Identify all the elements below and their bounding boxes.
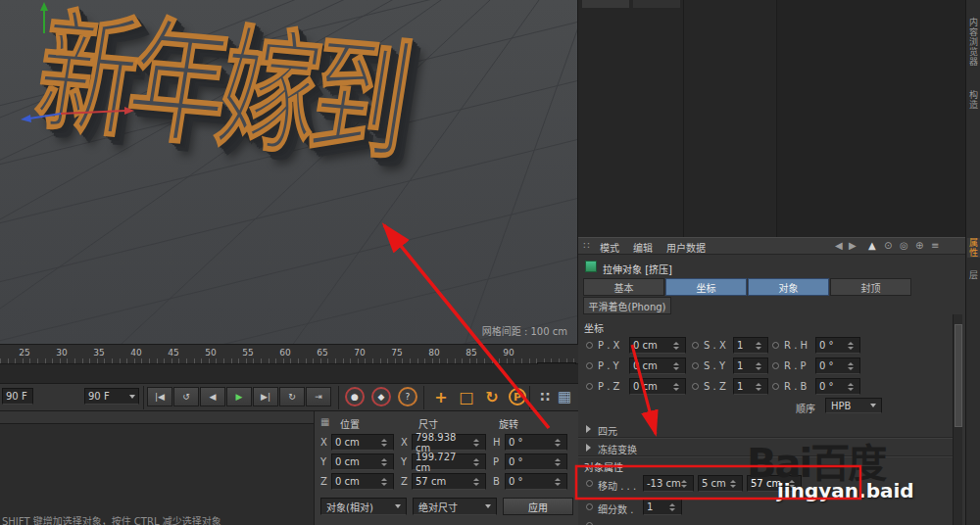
tab-structure[interactable]: 构造 [967, 90, 980, 110]
tab-object[interactable]: 对象 [748, 278, 829, 296]
size-x-field[interactable]: 798.938 cm [412, 434, 486, 451]
spinner-icon[interactable] [555, 478, 564, 486]
size-mode-dropdown[interactable]: 绝对尺寸 [413, 498, 497, 515]
goto-start-button[interactable]: |◀ [147, 387, 172, 406]
attribute-scrollbar[interactable] [953, 314, 962, 525]
nav-back-icon[interactable]: ◀ [835, 240, 843, 251]
apply-button[interactable]: 应用 [503, 498, 573, 515]
scrollbar-thumb[interactable] [955, 324, 962, 427]
menu-userdata[interactable]: 用户数据 [666, 240, 706, 255]
nav-up-icon[interactable]: ▲ [868, 240, 876, 251]
layout-grid-icon[interactable]: ▦ [553, 386, 576, 407]
py-field[interactable]: 0 cm [629, 358, 686, 374]
material-manager-area[interactable]: SHIFT 键增加选择对象，按住 CTRL 减少选择对象 [0, 411, 314, 525]
viewport-3d[interactable]: 新年嫁到 网格间距 : 100 cm [0, 0, 578, 345]
spinner-icon[interactable] [473, 458, 482, 466]
rp-field[interactable]: 0 ° [815, 358, 860, 374]
tab-phong[interactable]: 平滑着色(Phong) [583, 297, 671, 314]
order-dropdown[interactable]: HPB [825, 398, 882, 413]
tab-caps[interactable]: 封顶 [830, 278, 911, 296]
move-y-field[interactable]: 5 cm [698, 475, 743, 492]
rot-p-field[interactable]: 0 ° [505, 453, 567, 470]
spinner-icon[interactable] [756, 342, 764, 350]
spinner-icon[interactable] [730, 480, 739, 488]
spinner-icon[interactable] [381, 439, 390, 447]
play-button[interactable]: ▶ [226, 387, 252, 406]
move-tool-icon[interactable]: + [429, 386, 453, 407]
record-button[interactable]: ● [345, 387, 365, 406]
sy-field[interactable]: 1 [733, 358, 768, 374]
pz-field[interactable]: 0 cm [629, 378, 686, 395]
rot-b-field[interactable]: 0 ° [505, 473, 567, 490]
spinner-icon[interactable] [673, 383, 682, 391]
size-z-field[interactable]: 57 cm [412, 473, 486, 490]
spinner-icon[interactable] [673, 342, 682, 350]
pos-z-field[interactable]: 0 cm [331, 473, 394, 490]
coord-system-icon[interactable]: P [506, 386, 529, 407]
spinner-icon[interactable] [848, 383, 857, 391]
keyframe-dot-icon[interactable] [692, 342, 699, 349]
menu-mode[interactable]: 模式 [600, 240, 619, 255]
move-x-field[interactable]: -13 cm [643, 475, 694, 492]
rot-h-field[interactable]: 0 ° [505, 434, 567, 451]
keyframe-dot-icon[interactable] [772, 383, 779, 390]
object-manager-area[interactable] [578, 0, 965, 237]
timeline-powerslider[interactable] [0, 364, 578, 384]
keyframe-dot-icon[interactable] [586, 362, 593, 369]
size-y-field[interactable]: 199.727 cm [412, 453, 486, 470]
menu-icon[interactable]: ≡ [931, 240, 939, 251]
keyframe-dot-icon[interactable] [692, 362, 699, 369]
scale-tool-icon[interactable]: □ [455, 386, 478, 407]
spinner-icon[interactable] [473, 439, 482, 447]
tab-content-browser[interactable]: 内容浏览器 [967, 18, 980, 67]
spinner-icon[interactable] [381, 478, 390, 486]
spinner-icon[interactable] [848, 342, 857, 350]
keyframe-dot-icon[interactable] [586, 503, 593, 510]
spinner-icon[interactable] [848, 362, 857, 370]
subdiv-field[interactable]: 1 [643, 499, 682, 515]
spinner-icon[interactable] [673, 362, 682, 370]
rh-field[interactable]: 0 ° [815, 337, 860, 354]
manager-tab[interactable] [582, 0, 629, 8]
coord-mode-dropdown[interactable]: 对象(相对) [320, 498, 407, 515]
pin-icon[interactable]: ⊕ [915, 240, 923, 251]
goto-end-button[interactable]: ⇥ [306, 387, 331, 406]
spinner-icon[interactable] [756, 362, 764, 370]
sz-field[interactable]: 1 [733, 378, 768, 395]
tab-layers[interactable]: 层 [967, 270, 980, 280]
timeline-ruler[interactable]: 25 30 35 40 45 50 55 60 65 70 75 80 85 9… [0, 345, 578, 364]
keyframe-dot-icon[interactable] [586, 383, 593, 390]
keyframe-dot-icon[interactable] [692, 383, 699, 390]
spinner-icon[interactable] [555, 439, 564, 447]
keyframe-button[interactable]: ◆ [371, 387, 391, 406]
autokey-button[interactable]: ? [398, 387, 417, 406]
spinner-icon[interactable] [669, 503, 678, 511]
sx-field[interactable]: 1 [733, 337, 768, 354]
rb-field[interactable]: 0 ° [815, 378, 860, 395]
spinner-icon[interactable] [681, 480, 690, 488]
prev-frame-button[interactable]: ◀ [200, 387, 225, 406]
tab-coordinates[interactable]: 坐标 [665, 278, 747, 296]
loop-button[interactable]: ↻ [279, 387, 305, 406]
play-backward-button[interactable]: ↺ [173, 387, 199, 406]
nav-forward-icon[interactable]: ▶ [849, 240, 857, 251]
lock-icon[interactable]: ◎ [900, 240, 908, 251]
tab-basic[interactable]: 基本 [583, 278, 664, 296]
keyframe-dot-icon[interactable] [586, 480, 593, 487]
spinner-icon[interactable] [756, 383, 764, 391]
pos-y-field[interactable]: 0 cm [331, 453, 394, 470]
spinner-icon[interactable] [473, 478, 482, 486]
keyframe-dot-icon[interactable] [772, 342, 779, 349]
rotate-tool-icon[interactable]: ↻ [480, 386, 504, 407]
pos-x-field[interactable]: 0 cm [331, 434, 394, 451]
next-frame-button[interactable]: ▶| [253, 387, 278, 406]
manager-tab[interactable] [633, 0, 680, 8]
current-frame-field[interactable]: 90 F [2, 388, 33, 405]
keyframe-dot-icon[interactable] [586, 342, 593, 349]
tab-attributes[interactable]: 属性 [967, 238, 980, 258]
spinner-icon[interactable] [381, 458, 390, 466]
menu-edit[interactable]: 编辑 [633, 240, 653, 255]
px-field[interactable]: 0 cm [629, 337, 686, 354]
keyframe-dot-icon[interactable] [772, 362, 779, 369]
spinner-icon[interactable] [555, 458, 564, 466]
